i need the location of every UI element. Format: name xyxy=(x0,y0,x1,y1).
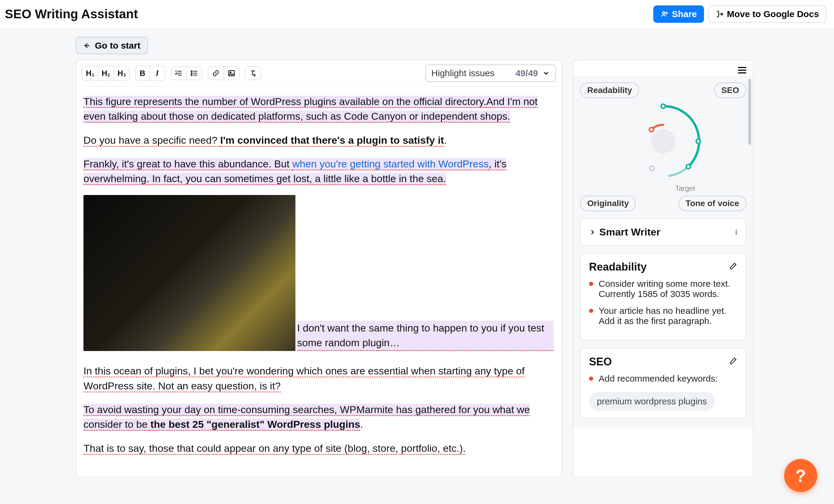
pill-tone[interactable]: Tone of voice xyxy=(679,196,746,211)
paragraph: In this ocean of plugins, I bet you're w… xyxy=(84,364,554,393)
radar-svg xyxy=(618,96,708,186)
issue-dot-icon xyxy=(589,282,593,286)
editor-toolbar: H1 H2 H3 B I xyxy=(76,60,562,86)
issue-item: Consider writing some more text. Current… xyxy=(589,279,737,299)
svg-point-1 xyxy=(191,71,192,72)
smart-writer-card[interactable]: Smart Writer i xyxy=(580,219,746,246)
svg-point-2 xyxy=(191,73,192,73)
app-title: SEO Writing Assistant xyxy=(5,7,138,21)
paragraph: To avoid wasting your day on time-consum… xyxy=(84,402,554,432)
link-button[interactable] xyxy=(208,67,224,79)
issue-dot-icon xyxy=(589,376,593,381)
link-icon xyxy=(212,69,220,77)
pill-readability[interactable]: Readability xyxy=(580,83,639,98)
list-group xyxy=(171,66,202,80)
go-to-start-button[interactable]: Go to start xyxy=(76,37,148,54)
paragraph: Frankly, it's great to have this abundan… xyxy=(84,157,554,186)
svg-point-0 xyxy=(663,12,665,14)
radar-chart: Target xyxy=(618,96,708,192)
pill-originality[interactable]: Originality xyxy=(580,196,636,211)
unordered-list-button[interactable] xyxy=(187,67,202,79)
document-body[interactable]: This figure represents the number of Wor… xyxy=(76,86,562,477)
app-header: SEO Writing Assistant Share Move to Goog… xyxy=(0,0,834,28)
readability-card: Readability Consider writing some more t… xyxy=(580,253,746,341)
share-label: Share xyxy=(672,9,697,19)
insert-group xyxy=(208,66,240,80)
chevron-right-icon xyxy=(589,229,596,235)
keyword-chip[interactable]: premium wordpress plugins xyxy=(589,392,715,411)
format-group: B I xyxy=(135,66,165,81)
arrow-left-icon xyxy=(83,42,91,49)
pencil-icon xyxy=(729,357,737,365)
paragraph: That is to say, those that could appear … xyxy=(84,441,554,456)
embedded-image-row: I don't want the same thing to happen to… xyxy=(84,195,554,351)
h3-button[interactable]: H3 xyxy=(114,66,129,81)
sidebar-scrollbar[interactable] xyxy=(748,79,751,426)
image-button[interactable] xyxy=(224,67,239,79)
h1-button[interactable]: H1 xyxy=(82,66,98,81)
issue-count: 49/49 xyxy=(515,68,538,78)
paragraph: Do you have a specific need? I'm convinc… xyxy=(84,133,554,147)
svg-point-3 xyxy=(191,75,192,76)
embedded-image[interactable] xyxy=(84,195,295,351)
sidebar-menu-button[interactable] xyxy=(738,67,746,73)
highlight-label: Highlight issues xyxy=(432,68,495,78)
highlight-issues-dropdown[interactable]: Highlight issues 49/49 xyxy=(425,65,556,82)
heading-group: H1 H2 H3 xyxy=(82,66,130,81)
svg-point-19 xyxy=(650,128,654,132)
editor-card: H1 H2 H3 B I xyxy=(76,60,562,477)
unordered-list-icon xyxy=(190,69,198,77)
ordered-list-button[interactable] xyxy=(171,67,187,79)
seo-card: SEO Add recommended keywords: premium wo… xyxy=(580,348,746,418)
ordered-list-icon xyxy=(175,69,182,77)
paragraph: This figure represents the number of Wor… xyxy=(84,94,554,124)
issue-item: Add recommended keywords: xyxy=(589,373,737,384)
svg-point-15 xyxy=(661,104,665,108)
clear-format-button[interactable] xyxy=(246,67,261,79)
h2-button[interactable]: H2 xyxy=(98,66,114,81)
export-icon xyxy=(716,10,724,18)
back-label: Go to start xyxy=(95,41,140,51)
svg-point-16 xyxy=(696,139,700,143)
share-icon xyxy=(660,10,669,18)
edit-readability-button[interactable] xyxy=(729,262,737,272)
edit-seo-button[interactable] xyxy=(729,357,737,367)
move-label: Move to Google Docs xyxy=(727,9,819,19)
clear-format-icon xyxy=(249,69,257,77)
paragraph: I don't want the same thing to happen to… xyxy=(297,321,554,351)
back-row: Go to start xyxy=(0,28,834,54)
help-icon: ? xyxy=(795,465,806,477)
bold-button[interactable]: B xyxy=(136,66,150,81)
clear-group xyxy=(245,66,261,80)
seo-title: SEO xyxy=(589,356,612,368)
info-icon[interactable]: i xyxy=(735,228,737,237)
svg-point-17 xyxy=(686,164,690,168)
svg-point-5 xyxy=(230,72,231,73)
pencil-icon xyxy=(729,262,737,270)
svg-point-18 xyxy=(650,166,654,170)
main-layout: H1 H2 H3 B I xyxy=(0,54,834,477)
share-button[interactable]: Share xyxy=(653,5,704,23)
issue-item: Your article has no headline yet. Add it… xyxy=(589,306,737,326)
issue-dot-icon xyxy=(589,309,593,313)
svg-point-14 xyxy=(651,129,675,153)
italic-button[interactable]: I xyxy=(150,66,164,80)
image-icon xyxy=(227,69,235,77)
chevron-down-icon xyxy=(542,69,550,77)
move-to-gdocs-button[interactable]: Move to Google Docs xyxy=(708,5,826,23)
smart-writer-title: Smart Writer xyxy=(599,226,660,238)
readability-title: Readability xyxy=(589,261,647,273)
pill-seo[interactable]: SEO xyxy=(714,83,746,98)
header-actions: Share Move to Google Docs xyxy=(653,5,826,23)
analysis-sidebar: Readability SEO xyxy=(573,60,753,477)
